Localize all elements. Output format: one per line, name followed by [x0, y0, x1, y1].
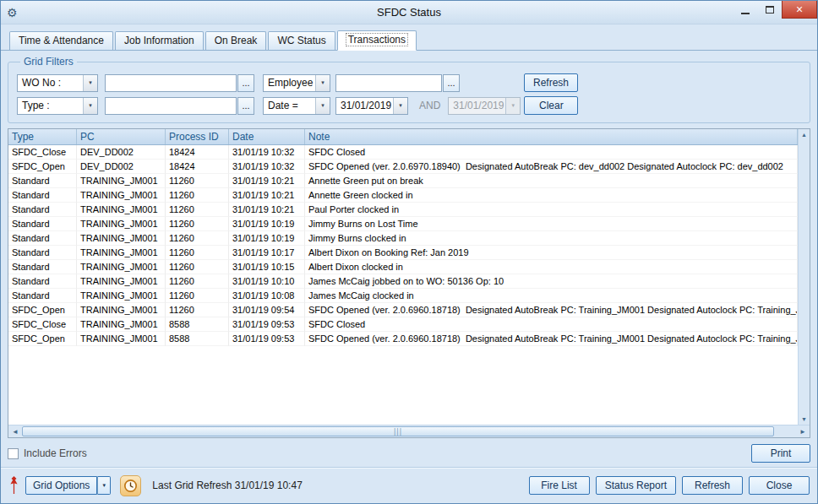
cell-pc: DEV_DD002 — [77, 160, 166, 174]
cell-note: SFDC Opened (ver. 2.0.6960.18718) Design… — [305, 332, 798, 346]
table-row[interactable]: SFDC_Open TRAINING_JM001 8588 31/01/19 0… — [8, 332, 798, 346]
scroll-down-icon[interactable]: ▼ — [801, 416, 807, 422]
grid-main: Type PC Process ID Date Note SFDC_Close … — [8, 129, 810, 425]
column-header-note[interactable]: Note — [305, 129, 798, 144]
filter-row-2: Type : ▾ ... Date = ▾ 31/01/2019 ▾ AND 3… — [17, 96, 801, 115]
table-row[interactable]: Standard TRAINING_JM001 11260 31/01/19 1… — [8, 260, 798, 274]
cell-type: SFDC_Close — [8, 317, 77, 332]
cell-note: Paul Porter clocked in — [305, 203, 798, 217]
type-input[interactable] — [105, 97, 237, 115]
employee-id-browse-button[interactable]: ... — [443, 74, 460, 92]
include-errors-checkbox[interactable] — [8, 448, 19, 459]
column-header-process-id[interactable]: Process ID — [166, 129, 229, 144]
employee-id-field-select[interactable]: Employee ID : ▾ — [263, 74, 330, 92]
horizontal-scrollbar[interactable]: ◄ ||| ► — [8, 425, 810, 437]
table-row[interactable]: Standard TRAINING_JM001 11260 31/01/19 1… — [8, 188, 798, 203]
type-field-select[interactable]: Type : ▾ — [17, 97, 98, 115]
cell-type: Standard — [8, 289, 77, 303]
table-row[interactable]: Standard TRAINING_JM001 11260 31/01/19 1… — [8, 231, 798, 246]
scroll-left-icon[interactable]: ◄ — [8, 428, 22, 436]
grid-options-split-button: Grid Options ▾ — [25, 476, 111, 495]
wo-no-field-select[interactable]: WO No : ▾ — [17, 74, 98, 92]
cell-process-id: 18424 — [166, 160, 229, 174]
cell-date: 31/01/19 10:21 — [229, 174, 305, 188]
grid-options-button[interactable]: Grid Options — [25, 476, 97, 495]
transactions-grid: Type PC Process ID Date Note SFDC_Close … — [8, 128, 810, 438]
maximize-button[interactable] — [757, 1, 782, 19]
cell-process-id: 11260 — [166, 188, 229, 203]
cell-pc: TRAINING_JM001 — [77, 174, 166, 188]
table-row[interactable]: Standard TRAINING_JM001 11260 31/01/19 1… — [8, 217, 798, 231]
chevron-down-icon[interactable]: ▾ — [393, 98, 407, 114]
column-header-pc[interactable]: PC — [77, 129, 166, 144]
table-row[interactable]: Standard TRAINING_JM001 11260 31/01/19 1… — [8, 174, 798, 188]
chevron-down-icon: ▾ — [103, 482, 106, 488]
close-window-button[interactable]: Close — [749, 476, 810, 495]
tab-on-break[interactable]: On Break — [205, 31, 267, 50]
wo-no-browse-button[interactable]: ... — [237, 74, 254, 92]
table-row[interactable]: SFDC_Open DEV_DD002 18424 31/01/19 10:32… — [8, 160, 798, 174]
refresh-button[interactable]: Refresh — [682, 476, 743, 495]
table-row[interactable]: SFDC_Open TRAINING_JM001 11260 31/01/19 … — [8, 303, 798, 317]
table-row[interactable]: Standard TRAINING_JM001 11260 31/01/19 1… — [8, 246, 798, 260]
column-header-type[interactable]: Type — [8, 129, 77, 144]
table-row[interactable]: SFDC_Close TRAINING_JM001 8588 31/01/19 … — [8, 317, 798, 332]
status-report-button[interactable]: Status Report — [596, 476, 676, 495]
vertical-scrollbar[interactable]: ▲ ▼ — [798, 129, 810, 425]
cell-pc: TRAINING_JM001 — [77, 274, 166, 289]
column-header-date[interactable]: Date — [229, 129, 305, 144]
cell-date: 31/01/19 10:19 — [229, 217, 305, 231]
grid-options-dropdown-button[interactable]: ▾ — [97, 476, 111, 495]
tab-time-attendance[interactable]: Time & Attendance — [9, 31, 113, 50]
filter-clear-button[interactable]: Clear — [524, 96, 578, 115]
cell-note: Annette Green put on break — [305, 174, 798, 188]
date-from-picker[interactable]: 31/01/2019 ▾ — [335, 97, 408, 115]
cell-date: 31/01/19 09:53 — [229, 317, 305, 332]
chevron-down-icon[interactable]: ▾ — [83, 98, 97, 114]
tab-wc-status[interactable]: WC Status — [268, 31, 335, 50]
chevron-down-icon[interactable]: ▾ — [315, 75, 330, 91]
cell-type: SFDC_Open — [8, 160, 77, 174]
chevron-down-icon[interactable]: ▾ — [315, 98, 330, 114]
close-button[interactable]: × — [782, 1, 817, 19]
cell-process-id: 11260 — [166, 289, 229, 303]
scroll-right-icon[interactable]: ► — [796, 428, 810, 436]
pin-icon — [8, 475, 19, 496]
table-row[interactable]: SFDC_Close DEV_DD002 18424 31/01/19 10:3… — [8, 145, 798, 160]
employee-id-input[interactable] — [335, 74, 442, 92]
tab-transactions[interactable]: Transactions — [337, 30, 417, 51]
print-button[interactable]: Print — [751, 444, 810, 463]
maximize-icon — [766, 6, 774, 14]
chevron-down-icon[interactable]: ▾ — [83, 75, 97, 91]
cell-type: Standard — [8, 174, 77, 188]
grid-filters-group: Grid Filters WO No : ▾ ... Employee ID :… — [8, 56, 810, 123]
cell-note: James McCaig jobbed on to WO: 50136 Op: … — [305, 274, 798, 289]
wo-no-input[interactable] — [105, 74, 237, 92]
tab-strip: Time & Attendance Job Information On Bre… — [1, 24, 817, 51]
cell-note: SFDC Closed — [305, 317, 798, 332]
type-browse-button[interactable]: ... — [237, 97, 254, 115]
table-row[interactable]: Standard TRAINING_JM001 11260 31/01/19 1… — [8, 203, 798, 217]
bottom-bar: Grid Options ▾ Last Grid Refresh 31/01/1… — [1, 467, 817, 503]
clock-icon[interactable] — [120, 475, 141, 496]
cell-note: James McCaig clocked in — [305, 289, 798, 303]
fire-list-button[interactable]: Fire List — [529, 476, 590, 495]
cell-date: 31/01/19 10:32 — [229, 160, 305, 174]
tab-job-information[interactable]: Job Information — [115, 31, 204, 50]
filter-refresh-button[interactable]: Refresh — [524, 73, 578, 92]
gear-icon: ⚙ — [7, 6, 22, 19]
table-row[interactable]: Standard TRAINING_JM001 11260 31/01/19 1… — [8, 289, 798, 303]
cell-date: 31/01/19 10:21 — [229, 203, 305, 217]
date-operator-select[interactable]: Date = ▾ — [263, 97, 330, 115]
minimize-button[interactable] — [733, 1, 757, 19]
cell-note: Annette Green clocked in — [305, 188, 798, 203]
scroll-up-icon[interactable]: ▲ — [801, 132, 807, 138]
table-row[interactable]: Standard TRAINING_JM001 11260 31/01/19 1… — [8, 274, 798, 289]
cell-type: SFDC_Close — [8, 145, 77, 160]
last-grid-refresh-text: Last Grid Refresh 31/01/19 10:47 — [152, 480, 302, 491]
window-controls: × — [733, 1, 817, 24]
scrollbar-thumb[interactable]: ||| — [22, 426, 774, 436]
cell-type: SFDC_Open — [8, 332, 77, 346]
cell-process-id: 11260 — [166, 274, 229, 289]
date-to-picker: 31/01/2019 ▾ — [448, 97, 521, 115]
